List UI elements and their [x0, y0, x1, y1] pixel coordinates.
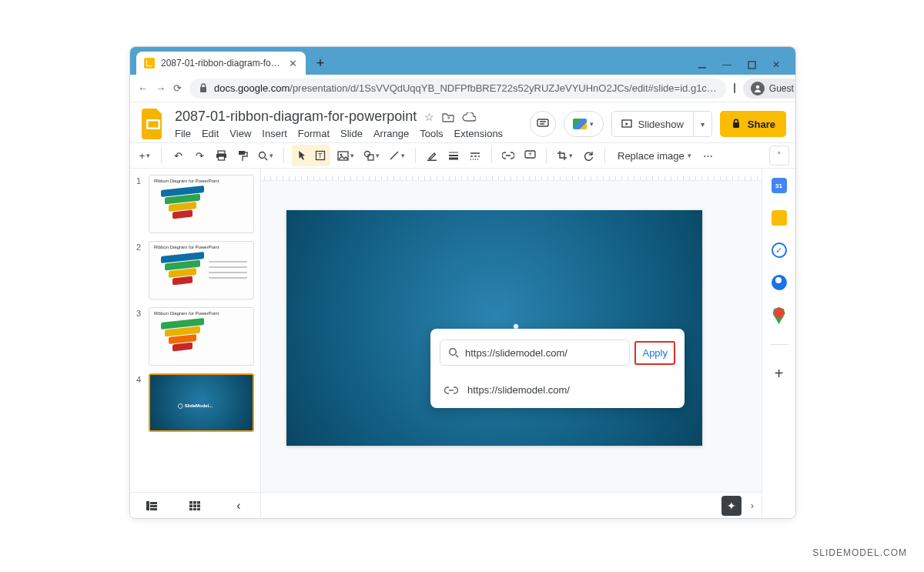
svg-rect-33 — [146, 501, 149, 510]
search-icon — [448, 347, 459, 358]
window-close-icon[interactable]: ✕ — [771, 59, 782, 70]
maps-icon[interactable] — [773, 307, 785, 324]
svg-rect-41 — [193, 504, 196, 507]
collapse-toolbar-button[interactable]: ˄ — [769, 146, 789, 166]
link-suggestion-text: https://slidemodel.com/ — [467, 384, 570, 396]
line-button[interactable] — [387, 146, 407, 165]
new-slide-button[interactable]: + — [136, 146, 153, 165]
svg-line-47 — [456, 355, 458, 357]
get-addons-icon[interactable]: + — [775, 365, 784, 383]
svg-rect-39 — [197, 501, 200, 504]
explore-button[interactable]: ✦ — [721, 496, 742, 516]
watermark: SLIDEMODEL.COM — [812, 547, 907, 558]
canvas-footer: ✦ › — [261, 492, 762, 518]
browser-tab[interactable]: 2087-01-ribbon-diagram-for-po ✕ — [136, 52, 306, 75]
zoom-button[interactable] — [256, 146, 276, 165]
calendar-icon[interactable] — [772, 178, 787, 193]
slide-canvas[interactable]: SlideModel .com — [286, 210, 702, 446]
border-dash-button[interactable] — [467, 146, 484, 165]
svg-point-46 — [450, 349, 457, 356]
tasks-icon[interactable] — [772, 243, 787, 258]
insert-comment-button[interactable]: + — [521, 146, 538, 165]
tab-close-icon[interactable]: ✕ — [287, 58, 298, 69]
apply-link-button[interactable]: Apply — [634, 341, 675, 365]
url-domain: docs.google.com — [214, 82, 290, 94]
menu-arrange[interactable]: Arrange — [373, 128, 409, 139]
crop-button[interactable] — [554, 146, 575, 165]
grid-view-icon[interactable] — [189, 500, 201, 512]
redo-button[interactable]: ↷ — [191, 146, 208, 165]
menu-insert[interactable]: Insert — [262, 128, 287, 139]
link-url-input[interactable] — [465, 347, 621, 359]
slides-logo-icon[interactable] — [139, 107, 167, 141]
document-title[interactable]: 2087-01-ribbon-diagram-for-powerpoint — [175, 109, 417, 125]
undo-button[interactable]: ↶ — [169, 146, 186, 165]
nav-reload-icon[interactable]: ⟳ — [173, 82, 182, 95]
comments-history-button[interactable] — [530, 111, 556, 137]
menu-tools[interactable]: Tools — [420, 128, 443, 139]
shape-button[interactable] — [361, 146, 382, 165]
slide-thumb[interactable]: 1 Ribbon Diagram for PowerPoint — [136, 175, 254, 233]
image-button[interactable] — [335, 146, 357, 165]
url-input[interactable]: docs.google.com/presentation/d/1SsVVQdUq… — [189, 79, 726, 99]
more-options-button[interactable]: ⋯ — [701, 146, 718, 165]
nav-forward-icon[interactable]: → — [156, 82, 166, 95]
svg-rect-6 — [537, 119, 548, 126]
keep-icon[interactable] — [772, 210, 787, 226]
avatar-icon — [751, 82, 765, 95]
link-icon — [444, 386, 458, 394]
meet-button[interactable]: ▾ — [564, 111, 604, 137]
replace-image-button[interactable]: Replace image — [613, 150, 696, 162]
url-path: /presentation/d/1SsVVQdUqqYB_NDFPfbBRE72… — [290, 82, 717, 94]
contacts-icon[interactable] — [772, 275, 787, 290]
lock-icon — [199, 83, 208, 93]
profile-button[interactable]: Guest — [743, 79, 796, 99]
menu-edit[interactable]: Edit — [202, 128, 219, 139]
border-weight-button[interactable] — [445, 146, 462, 165]
insert-link-button[interactable] — [500, 146, 517, 165]
tab-title: 2087-01-ribbon-diagram-for-po — [161, 58, 281, 69]
link-input-wrap — [440, 340, 630, 366]
slide-thumb-selected[interactable]: 4 ◯ SlideModel... — [136, 373, 254, 432]
slide-thumb[interactable]: 3 Ribbon Diagram for PowerPoint — [136, 307, 254, 366]
svg-rect-40 — [189, 504, 192, 507]
cloud-saved-icon[interactable] — [462, 112, 476, 122]
window-minimize-icon[interactable] — [697, 59, 708, 70]
svg-point-21 — [365, 152, 370, 157]
select-tool-button[interactable] — [293, 146, 310, 165]
svg-rect-2 — [200, 87, 206, 92]
border-color-button[interactable] — [424, 146, 440, 165]
menu-slide[interactable]: Slide — [340, 128, 363, 139]
new-tab-button[interactable]: + — [310, 53, 330, 73]
filmstrip-footer: ‹ — [130, 492, 260, 518]
titlebar: 2087-01-ribbon-diagram-for-po ✕ + — ✕ — [130, 47, 795, 75]
slide-thumb[interactable]: 2 Ribbon Diagram for PowerPoint — [136, 241, 254, 299]
slides-favicon-icon — [144, 58, 155, 69]
share-button[interactable]: Share — [720, 111, 786, 137]
text-box-button[interactable]: T — [312, 146, 329, 165]
menu-extensions[interactable]: Extensions — [454, 128, 504, 139]
link-suggestion-row[interactable]: https://slidemodel.com/ — [440, 378, 675, 402]
filmstrip-view-icon[interactable] — [146, 500, 158, 512]
slideshow-dropdown[interactable]: ▾ — [694, 111, 712, 137]
print-button[interactable] — [213, 146, 229, 165]
menu-format[interactable]: Format — [298, 128, 330, 139]
slideshow-button[interactable]: Slideshow — [611, 111, 694, 137]
svg-rect-38 — [193, 501, 196, 504]
side-panel-toggle-icon[interactable] — [734, 83, 735, 93]
show-sidepanel-icon[interactable]: › — [751, 500, 754, 511]
window-maximize-icon[interactable] — [746, 59, 757, 70]
move-to-folder-icon[interactable] — [442, 112, 454, 122]
svg-line-23 — [390, 152, 398, 159]
reset-image-button[interactable] — [580, 146, 597, 165]
thumb-logo-icon: ◯ SlideModel... — [178, 403, 213, 408]
menu-file[interactable]: File — [175, 128, 191, 139]
nav-back-icon[interactable]: ← — [138, 82, 148, 95]
hide-filmstrip-icon[interactable]: ‹ — [233, 500, 245, 512]
ruler-horizontal — [261, 169, 762, 181]
menu-view[interactable]: View — [229, 128, 251, 139]
window-minimize2-icon[interactable]: — — [721, 59, 732, 70]
svg-rect-11 — [218, 151, 225, 154]
star-icon[interactable]: ☆ — [424, 111, 434, 123]
paint-format-button[interactable] — [234, 146, 251, 165]
